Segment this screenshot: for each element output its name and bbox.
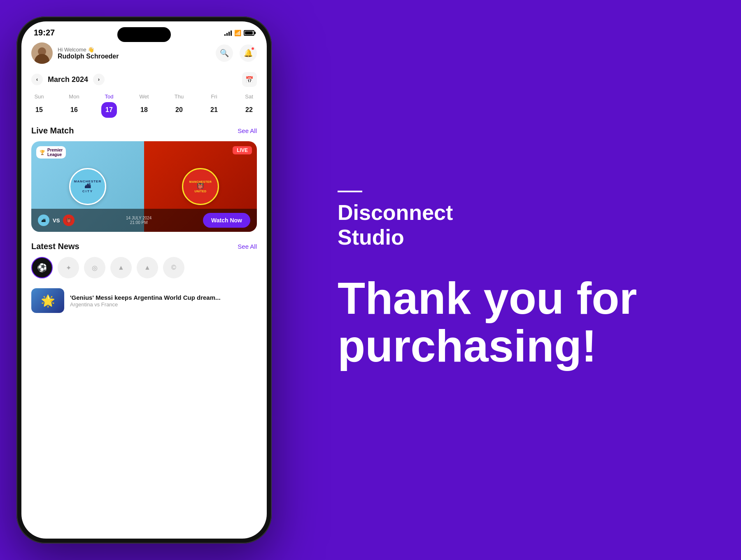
- battery-icon: [244, 30, 254, 36]
- league-icon-premier[interactable]: ⚽: [31, 257, 53, 278]
- cal-day-mon[interactable]: Mon 16: [66, 93, 82, 118]
- vs-info: 🏙 VS 👹: [38, 215, 75, 226]
- cal-day-thu[interactable]: Thu 20: [171, 93, 187, 118]
- league-icon-laliga[interactable]: ✦: [58, 257, 79, 278]
- phone-outer: 19:27 📶: [16, 16, 272, 544]
- cal-day-sat[interactable]: Sat 22: [241, 93, 257, 118]
- wifi-icon: 📶: [234, 30, 241, 36]
- match-time: 21:00 PM: [126, 220, 151, 225]
- live-match-title: Live Match: [31, 126, 74, 135]
- man-united-logo: MANCHESTER 👹 UNITED: [182, 168, 219, 205]
- news-see-all[interactable]: See All: [238, 243, 257, 250]
- news-image: 🌟: [31, 288, 64, 313]
- search-icon: 🔍: [220, 49, 229, 58]
- vs-label: VS: [53, 217, 60, 224]
- cal-day-sun[interactable]: Sun 15: [31, 93, 47, 118]
- calendar-grid-button[interactable]: 📅: [242, 72, 257, 87]
- cal-day-wet[interactable]: Wet 18: [136, 93, 152, 118]
- calendar-section: ‹ March 2024 › 📅 Sun 15 Mon 1: [31, 72, 257, 118]
- status-icons: 📶: [224, 30, 254, 36]
- calendar-month: ‹ March 2024 ›: [31, 74, 105, 85]
- league-icon-seriea[interactable]: ◎: [84, 257, 105, 278]
- match-card[interactable]: 🏆 PremierLeague MANCHESTER 🏙 CITY: [31, 141, 257, 232]
- cal-day-tod[interactable]: Tod 17: [101, 93, 117, 118]
- phone-wrapper: 19:27 📶: [16, 16, 272, 544]
- news-league-icons: ⚽ ✦ ◎ ▲ ▲ ©: [31, 257, 257, 278]
- news-sub: Argentina vs France: [70, 301, 221, 308]
- user-text: Hi Welcome 👋 Rudolph Schroeder: [58, 47, 119, 60]
- news-content: 'Genius' Messi keeps Argentina World Cup…: [70, 294, 221, 308]
- notification-dot: [251, 47, 254, 50]
- thank-you-text: Thank you forpurchasing!: [338, 274, 692, 369]
- notification-button[interactable]: 🔔: [240, 44, 257, 62]
- search-button[interactable]: 🔍: [216, 44, 233, 62]
- watch-now-button[interactable]: Watch Now: [203, 213, 250, 228]
- live-badge: LIVE: [233, 146, 252, 154]
- mini-city-logo: 🏙: [38, 215, 49, 226]
- league-badge: 🏆 PremierLeague: [36, 146, 66, 159]
- league-icon-bundesliga[interactable]: ▲: [110, 257, 132, 278]
- next-month-button[interactable]: ›: [93, 74, 105, 85]
- live-match-see-all[interactable]: See All: [238, 127, 257, 134]
- header-icons: 🔍 🔔: [216, 44, 257, 62]
- man-city-logo: MANCHESTER 🏙 CITY: [69, 168, 106, 205]
- news-headline: 'Genius' Messi keeps Argentina World Cup…: [70, 294, 221, 302]
- match-datetime: 14 JULY 2024 21:00 PM: [126, 216, 151, 225]
- right-panel: DisconnectStudio Thank you forpurchasing…: [288, 0, 741, 560]
- brand-name: DisconnectStudio: [338, 201, 692, 250]
- premier-league-icon: 🏆: [40, 150, 45, 155]
- avatar: [31, 42, 53, 64]
- match-date: 14 JULY 2024: [126, 216, 151, 220]
- league-icon-ucl[interactable]: ▲: [137, 257, 158, 278]
- app-header: Hi Welcome 👋 Rudolph Schroeder 🔍 🔔: [31, 41, 257, 64]
- live-match-header: Live Match See All: [31, 126, 257, 135]
- calendar-nav: ‹ March 2024 › 📅: [31, 72, 257, 87]
- user-info: Hi Welcome 👋 Rudolph Schroeder: [31, 42, 119, 64]
- bell-icon: 🔔: [244, 49, 253, 58]
- signal-icon: [224, 30, 232, 36]
- greeting: Hi Welcome 👋: [58, 47, 119, 53]
- news-title: Latest News: [31, 242, 79, 251]
- brand-line: [338, 191, 362, 192]
- news-header: Latest News See All: [31, 242, 257, 251]
- league-icon-other[interactable]: ©: [163, 257, 184, 278]
- status-time: 19:27: [34, 28, 55, 37]
- dynamic-island: [117, 27, 171, 42]
- mini-united-logo: 👹: [63, 215, 75, 226]
- phone-inner: 19:27 📶: [21, 21, 267, 539]
- match-bottom-bar: 🏙 VS 👹 14 JULY 2024 21:00 PM Watch Now: [31, 209, 257, 232]
- username: Rudolph Schroeder: [58, 53, 119, 60]
- news-item[interactable]: 🌟 'Genius' Messi keeps Argentina World C…: [31, 285, 257, 316]
- prev-month-button[interactable]: ‹: [31, 74, 43, 85]
- app-content: Hi Welcome 👋 Rudolph Schroeder 🔍 🔔: [21, 41, 267, 316]
- news-section: Latest News See All ⚽ ✦ ◎ ▲ ▲ © 🌟: [31, 242, 257, 316]
- cal-day-fri[interactable]: Fri 21: [206, 93, 222, 118]
- calendar-days: Sun 15 Mon 16 Tod 17 Wet: [31, 93, 257, 118]
